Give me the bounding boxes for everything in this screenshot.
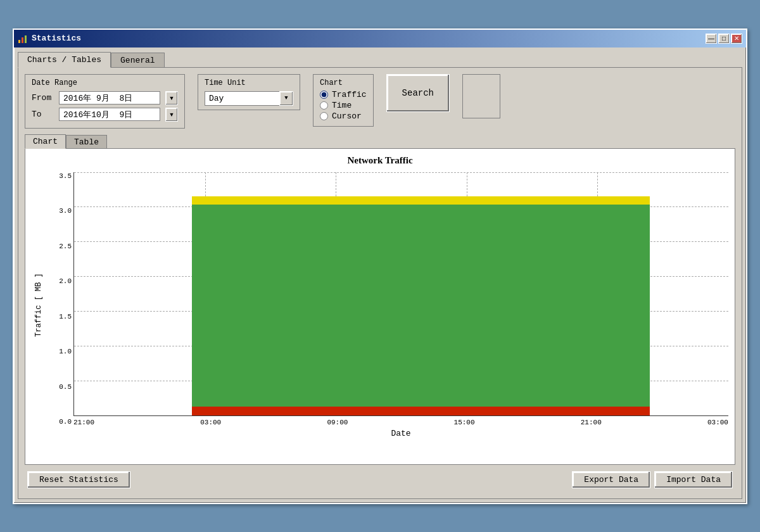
radio-cursor-label[interactable]: Cursor xyxy=(332,111,362,121)
svg-rect-1 xyxy=(22,37,23,43)
radio-traffic-label[interactable]: Traffic xyxy=(332,90,367,99)
title-bar: Statistics — □ ✕ xyxy=(14,30,746,48)
chart-canvas xyxy=(73,172,728,416)
radio-cursor[interactable] xyxy=(320,112,328,120)
chart-tabs: Chart Table xyxy=(25,134,735,148)
y-axis-numbers: 3.5 3.0 2.5 2.0 1.5 1.0 0.5 0.0 xyxy=(49,172,72,426)
svg-rect-2 xyxy=(25,35,27,43)
statistics-window: Statistics — □ ✕ Charts / Tables General… xyxy=(13,28,747,504)
x-label-1: 03:00 xyxy=(200,419,221,426)
time-unit-select-wrapper: Day Hour Week Month ▼ xyxy=(205,91,293,106)
radio-traffic[interactable] xyxy=(320,91,328,99)
main-tabs: Charts / Tables General xyxy=(18,51,742,67)
y-tick-2_5: 2.5 xyxy=(49,243,72,250)
controls-row: Date Range From ▼ To ▼ Time Unit xyxy=(25,74,735,129)
x-label-0: 21:00 xyxy=(73,419,94,426)
tab-general[interactable]: General xyxy=(111,53,165,68)
radio-traffic-row: Traffic xyxy=(320,90,367,99)
from-row: From ▼ xyxy=(32,91,178,105)
bar-red xyxy=(192,407,650,415)
window-title: Statistics xyxy=(32,34,81,43)
to-row: To ▼ xyxy=(32,108,178,122)
controls-panel: Date Range From ▼ To ▼ Time Unit xyxy=(18,67,742,499)
radio-time-label[interactable]: Time xyxy=(332,101,352,110)
from-label: From xyxy=(32,93,54,103)
y-tick-3_0: 3.0 xyxy=(49,207,72,215)
bar-green xyxy=(192,205,650,407)
bar-yellow xyxy=(192,196,650,205)
chart-title: Network Traffic xyxy=(32,155,728,166)
y-tick-2_0: 2.0 xyxy=(49,277,72,285)
tab-charts-tables[interactable]: Charts / Tables xyxy=(18,52,111,68)
radio-time-row: Time xyxy=(320,101,367,110)
y-tick-0_0: 0.0 xyxy=(49,418,72,426)
y-axis-label: Traffic [ MB ] xyxy=(32,172,46,438)
y-tick-3_5: 3.5 xyxy=(49,172,72,180)
radio-cursor-row: Cursor xyxy=(320,111,367,121)
chart-icon xyxy=(18,34,28,44)
time-unit-label: Time Unit xyxy=(205,79,293,87)
extra-box xyxy=(462,74,500,118)
maximize-button[interactable]: □ xyxy=(718,34,730,44)
main-content: Charts / Tables General Date Range From … xyxy=(14,48,746,503)
tab-chart[interactable]: Chart xyxy=(25,134,66,149)
y-tick-1_0: 1.0 xyxy=(49,348,72,355)
close-button[interactable]: ✕ xyxy=(731,34,742,44)
reset-statistics-button[interactable]: Reset Statistics xyxy=(27,471,130,488)
date-range-box: Date Range From ▼ To ▼ xyxy=(25,74,185,129)
time-unit-box: Time Unit Day Hour Week Month ▼ xyxy=(198,74,300,110)
minimize-button[interactable]: — xyxy=(706,34,717,44)
time-unit-select[interactable]: Day Hour Week Month xyxy=(205,91,293,106)
chart-panel: Network Traffic Traffic [ MB ] 3.5 3.0 xyxy=(25,148,735,465)
x-label-3: 15:00 xyxy=(454,419,475,426)
export-data-button[interactable]: Export Data xyxy=(572,471,650,488)
chart-inner: 3.5 3.0 2.5 2.0 1.5 1.0 0.5 0.0 xyxy=(73,172,728,438)
chart-type-box: Chart Traffic Time Cursor xyxy=(313,74,374,127)
chart-area: Traffic [ MB ] 3.5 3.0 2.5 2.0 1.5 xyxy=(32,172,728,438)
radio-time[interactable] xyxy=(320,101,328,110)
search-button[interactable]: Search xyxy=(386,74,450,112)
bottom-bar: Reset Statistics Export Data Import Data xyxy=(25,467,735,492)
import-data-button[interactable]: Import Data xyxy=(654,471,733,488)
from-date-input[interactable] xyxy=(59,91,160,104)
to-date-input[interactable] xyxy=(59,108,160,121)
chart-section: Chart Table Network Traffic Traffic [ MB… xyxy=(25,134,735,465)
grid-line-top xyxy=(74,172,728,173)
x-axis-title: Date xyxy=(73,429,728,438)
y-tick-0_5: 0.5 xyxy=(49,383,72,391)
x-axis-labels: 21:00 03:00 09:00 15:00 21:00 03:00 xyxy=(73,416,728,426)
bottom-right-buttons: Export Data Import Data xyxy=(572,471,733,488)
svg-rect-0 xyxy=(18,40,20,43)
x-label-5: 03:00 xyxy=(707,419,728,426)
title-bar-left: Statistics xyxy=(18,34,81,44)
y-tick-1_5: 1.5 xyxy=(49,313,72,320)
from-date-dropdown-button[interactable]: ▼ xyxy=(165,91,178,105)
to-date-dropdown-button[interactable]: ▼ xyxy=(165,108,178,122)
x-label-2: 09:00 xyxy=(327,419,348,426)
x-label-4: 21:00 xyxy=(581,419,602,426)
chart-type-label: Chart xyxy=(320,79,367,87)
to-label: To xyxy=(32,110,54,119)
date-range-label: Date Range xyxy=(32,79,178,87)
tab-table[interactable]: Table xyxy=(66,135,107,149)
title-buttons: — □ ✕ xyxy=(706,34,742,44)
